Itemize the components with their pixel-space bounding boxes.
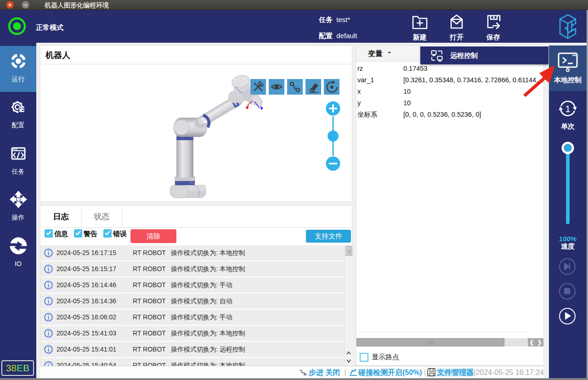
- svg-text:1: 1: [565, 104, 570, 114]
- svg-text:91: 91: [190, 181, 194, 185]
